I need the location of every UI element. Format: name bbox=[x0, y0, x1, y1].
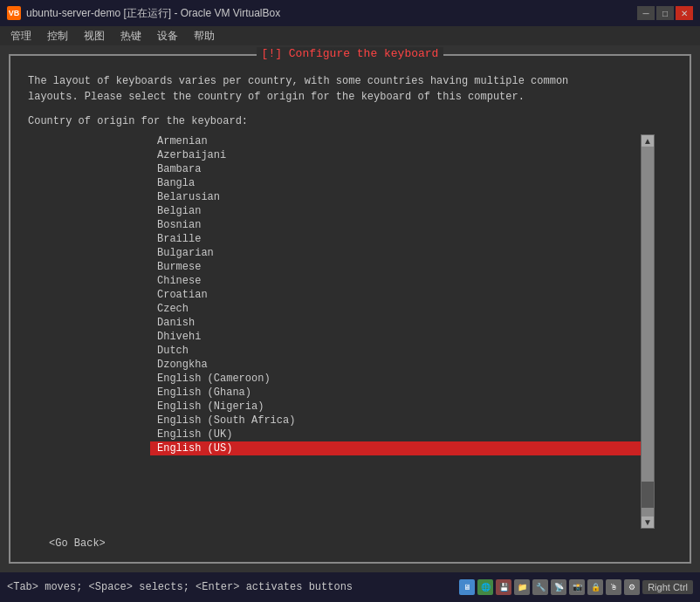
status-bar: <Tab> moves; <Space> selects; <Enter> ac… bbox=[0, 572, 700, 602]
country-list[interactable]: ArmenianAzerbaijaniBambaraBanglaBelarusi… bbox=[150, 134, 641, 529]
close-button[interactable]: ✕ bbox=[676, 6, 693, 20]
taskbar-icon-5[interactable]: 🔧 bbox=[532, 579, 548, 595]
menu-item-热键[interactable]: 热键 bbox=[113, 27, 148, 45]
taskbar-icon-10[interactable]: ⚙ bbox=[624, 579, 640, 595]
list-item[interactable]: Bosnian bbox=[150, 218, 641, 232]
list-item[interactable]: English (Cameroon) bbox=[150, 372, 641, 386]
vm-screen: [!] Configure the keyboard The layout of… bbox=[0, 45, 700, 572]
list-item[interactable]: English (UK) bbox=[150, 428, 641, 441]
list-item[interactable]: English (US) bbox=[150, 441, 641, 455]
taskbar-icon-8[interactable]: 🔒 bbox=[587, 579, 603, 595]
title-bar: VB ubuntu-server-demo [正在运行] - Oracle VM… bbox=[0, 0, 700, 26]
right-ctrl-label: Right Ctrl bbox=[642, 580, 693, 594]
list-item[interactable]: Burmese bbox=[150, 260, 641, 274]
list-item[interactable]: Bambara bbox=[150, 162, 641, 176]
scroll-up-arrow[interactable]: ▲ bbox=[642, 135, 654, 147]
scroll-down-arrow[interactable]: ▼ bbox=[642, 516, 654, 528]
list-item[interactable]: Braille bbox=[150, 232, 641, 246]
menu-item-帮助[interactable]: 帮助 bbox=[187, 27, 222, 45]
taskbar-icon-9[interactable]: 🖱 bbox=[606, 579, 621, 595]
list-item[interactable]: Chinese bbox=[150, 274, 641, 288]
menu-item-设备[interactable]: 设备 bbox=[150, 27, 185, 45]
window-title: ubuntu-server-demo [正在运行] - Oracle VM Vi… bbox=[26, 6, 632, 21]
go-back-button[interactable]: <Go Back> bbox=[45, 536, 672, 551]
dialog-title: [!] Configure the keyboard bbox=[257, 47, 444, 60]
list-item[interactable]: Belarusian bbox=[150, 190, 641, 204]
description: The layout of keyboards varies per count… bbox=[28, 73, 672, 105]
country-label: Country of origin for the keyboard: bbox=[28, 115, 672, 127]
taskbar-icon-1[interactable]: 🖥 bbox=[459, 579, 475, 595]
taskbar-icons: 🖥 🌐 💾 📁 🔧 📡 📸 🔒 🖱 ⚙ Right Ctrl bbox=[459, 579, 693, 595]
menu-item-视图[interactable]: 视图 bbox=[77, 27, 112, 45]
list-item[interactable]: Dutch bbox=[150, 344, 641, 358]
configure-keyboard-dialog: [!] Configure the keyboard The layout of… bbox=[9, 54, 691, 564]
list-item[interactable]: Dzongkha bbox=[150, 358, 641, 372]
list-item[interactable]: English (South Africa) bbox=[150, 414, 641, 428]
maximize-button[interactable]: □ bbox=[656, 6, 674, 20]
list-item[interactable]: Dhivehi bbox=[150, 330, 641, 344]
description-line1: The layout of keyboards varies per count… bbox=[28, 73, 672, 89]
vbox-icon: VB bbox=[7, 6, 21, 20]
list-item[interactable]: Bulgarian bbox=[150, 246, 641, 260]
menu-item-控制[interactable]: 控制 bbox=[40, 27, 75, 45]
list-item[interactable]: Belgian bbox=[150, 204, 641, 218]
taskbar-icon-2[interactable]: 🌐 bbox=[477, 579, 493, 595]
list-item[interactable]: Bangla bbox=[150, 176, 641, 190]
list-item[interactable]: Danish bbox=[150, 316, 641, 330]
taskbar-icon-6[interactable]: 📡 bbox=[551, 579, 566, 595]
list-item[interactable]: English (Ghana) bbox=[150, 386, 641, 400]
taskbar-icon-3[interactable]: 💾 bbox=[496, 579, 511, 595]
menu-item-管理[interactable]: 管理 bbox=[3, 27, 38, 45]
list-item[interactable]: Czech bbox=[150, 302, 641, 316]
list-item[interactable]: English (Nigeria) bbox=[150, 400, 641, 414]
taskbar-icon-7[interactable]: 📸 bbox=[569, 579, 585, 595]
status-text: <Tab> moves; <Space> selects; <Enter> ac… bbox=[7, 581, 353, 593]
list-item[interactable]: Croatian bbox=[150, 288, 641, 302]
window-controls: ─ □ ✕ bbox=[637, 6, 693, 20]
description-line2: layouts. Please select the country of or… bbox=[28, 89, 672, 105]
list-item[interactable]: Armenian bbox=[150, 134, 641, 148]
menu-bar: 管理控制视图热键设备帮助 bbox=[0, 26, 700, 45]
minimize-button[interactable]: ─ bbox=[637, 6, 655, 20]
list-item[interactable]: Azerbaijani bbox=[150, 148, 641, 162]
scrollbar[interactable]: ▲ ▼ bbox=[641, 134, 655, 529]
scroll-thumb[interactable] bbox=[642, 482, 654, 508]
taskbar-icon-4[interactable]: 📁 bbox=[514, 579, 530, 595]
